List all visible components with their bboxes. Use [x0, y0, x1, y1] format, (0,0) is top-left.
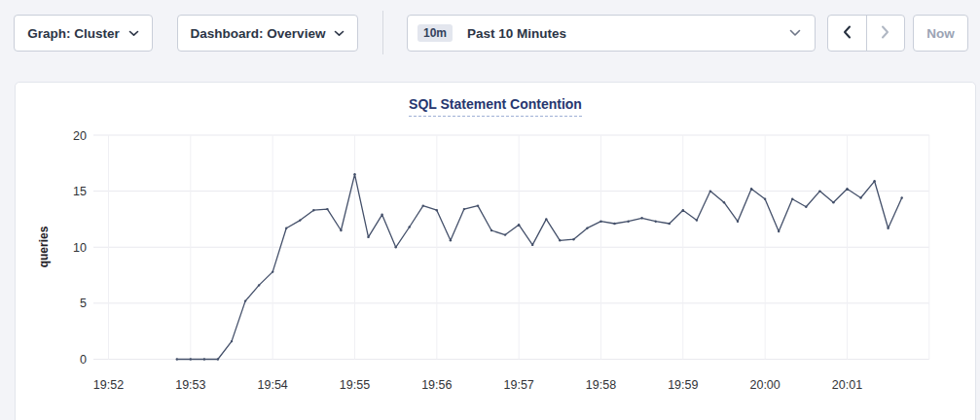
chevron-right-icon [881, 25, 889, 42]
next-range-button[interactable] [867, 16, 905, 51]
chevron-down-icon [789, 29, 801, 37]
svg-text:19:52: 19:52 [93, 378, 124, 392]
svg-text:19:57: 19:57 [504, 378, 534, 392]
svg-text:20: 20 [73, 129, 87, 143]
svg-text:19:54: 19:54 [258, 378, 288, 392]
svg-text:19:58: 19:58 [586, 378, 616, 392]
dashboard-dropdown[interactable]: Dashboard: Overview [177, 15, 358, 52]
chevron-left-icon [843, 25, 852, 42]
chevron-down-icon [128, 30, 139, 37]
svg-text:5: 5 [80, 297, 87, 310]
toolbar-divider [382, 11, 383, 54]
chevron-down-icon [334, 30, 345, 37]
svg-text:queries: queries [37, 226, 51, 267]
time-step-buttons [827, 15, 905, 52]
time-range-label: Past 10 Minutes [467, 26, 566, 41]
svg-text:20:00: 20:00 [749, 378, 780, 392]
prev-range-button[interactable] [828, 16, 867, 51]
time-range-selector[interactable]: 10m Past 10 Minutes [407, 15, 816, 52]
dashboard-dropdown-label: Dashboard: Overview [191, 26, 326, 41]
svg-text:19:56: 19:56 [421, 378, 452, 392]
now-button[interactable]: Now [913, 15, 968, 52]
graph-dropdown-label: Graph: Cluster [27, 26, 120, 41]
svg-text:19:55: 19:55 [340, 378, 370, 392]
svg-text:19:59: 19:59 [668, 378, 698, 392]
graph-dropdown[interactable]: Graph: Cluster [14, 15, 153, 52]
svg-text:0: 0 [80, 353, 87, 367]
svg-text:15: 15 [73, 185, 87, 198]
chart-card: SQL Statement Contention 0510152019:5219… [15, 82, 976, 420]
svg-text:10: 10 [73, 241, 87, 255]
svg-text:19:53: 19:53 [175, 378, 205, 392]
time-window-badge: 10m [417, 24, 453, 42]
svg-text:20:01: 20:01 [832, 378, 862, 392]
